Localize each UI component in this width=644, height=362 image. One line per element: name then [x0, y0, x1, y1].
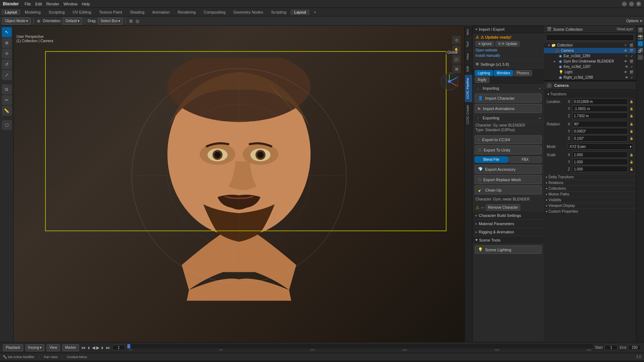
rigging-anim-header[interactable]: ▸ Rigging & Animation [473, 228, 544, 236]
vtab-tool[interactable]: Tool [465, 38, 472, 50]
object-prop-icon[interactable]: ⬡ [638, 41, 643, 46]
viewport-3d[interactable]: User Perspective (1) Collection | Camera [14, 26, 464, 342]
vtab-ccic-create[interactable]: CC/IC Create [465, 102, 472, 127]
exporting-header[interactable]: ↑ Exporting ▸ [473, 114, 544, 122]
loc-y-lock[interactable]: 🔓 [630, 107, 633, 110]
rot-x-lock[interactable]: 🔓 [630, 123, 633, 126]
constraint-prop-icon[interactable]: 🔗 [638, 48, 643, 53]
menu-window[interactable]: Window [63, 2, 77, 6]
sidebar-annotate-tool[interactable]: ✏ [2, 95, 12, 105]
tab-scripting[interactable]: Scripting [267, 9, 290, 15]
sidebar-scale-tool[interactable]: ⤢ [2, 70, 12, 80]
ear-vis[interactable]: 👁 [625, 54, 628, 58]
gymbro-vis[interactable]: 👁 [624, 60, 627, 63]
light-vis2[interactable]: 🎬 [629, 70, 633, 74]
sidebar-move-tool[interactable]: ✛ [2, 49, 12, 59]
scene-prop-icon[interactable]: 🎬 [638, 27, 643, 33]
export-replace-mesh-button[interactable]: ◻ Export Replace Mesh [475, 175, 542, 184]
sidebar-cursor-tool[interactable]: ⊕ [2, 38, 12, 48]
rot-z-lock[interactable]: 🔓 [630, 137, 633, 140]
keying-btn[interactable]: Keying ▾ [25, 344, 45, 351]
object-mode-btn[interactable]: Object Mode ▾ [2, 18, 31, 25]
key-vis[interactable]: 👁 [625, 65, 628, 69]
importing-header[interactable]: ↓ Importing ▸ [473, 85, 544, 92]
viewport-area[interactable]: User Perspective (1) Collection | Camera [14, 26, 464, 342]
tab-rendering[interactable]: Rendering [174, 9, 199, 15]
export-accessory-button[interactable]: 💎 Export Accessory [475, 165, 542, 174]
outliner-item-camera[interactable]: 🎥 Camera 👁 🎬 [544, 48, 636, 53]
current-frame-input[interactable] [112, 345, 125, 350]
next-frame-btn[interactable]: ⏵ [101, 345, 105, 350]
tab-sculpting[interactable]: Sculpting [45, 9, 68, 15]
right-vis[interactable]: 👁 [625, 76, 628, 79]
cleanup-button[interactable]: 🧹 Clean Up [475, 185, 542, 194]
menu-file[interactable]: File [25, 2, 31, 6]
panel-header-import-export[interactable]: ▾ Import / Export [473, 26, 544, 33]
mode-selector[interactable]: XYZ Euler ▾ [568, 143, 633, 150]
view-btn[interactable]: View [47, 344, 60, 351]
loc-y-value[interactable]: -1.0601 m [572, 105, 628, 112]
sidebar-select-tool[interactable]: ↖ [2, 27, 12, 37]
search-input[interactable] [546, 34, 634, 41]
export-unity-button[interactable]: ⬡ Export To Unity [475, 145, 542, 154]
open-website-link[interactable]: Open website [475, 48, 541, 53]
data-prop-icon[interactable]: 🎥 [638, 54, 643, 60]
tab-texture-paint[interactable]: Texture Paint [96, 9, 126, 15]
vis-eye[interactable]: 👁 [624, 44, 627, 47]
camera-view-icon[interactable]: 🎥 [452, 55, 461, 64]
relations-section[interactable]: ▸ Relations [544, 180, 636, 185]
motion-paths-section[interactable]: ▸ Motion Paths [544, 191, 636, 197]
scale-x-value[interactable]: 1.000 [572, 152, 628, 158]
collections-section[interactable]: ▸ Collections [544, 185, 636, 191]
remove-character-button[interactable]: Remove Character [486, 204, 520, 210]
loc-z-value[interactable]: 1.7302 m [572, 113, 628, 119]
transform-title[interactable]: ▾ Transform [545, 91, 635, 97]
install-manually-link[interactable]: Install manually [475, 53, 541, 58]
prev-frame-btn[interactable]: ⏴ [87, 345, 91, 350]
gymbro-vis2[interactable]: 🎬 [629, 60, 633, 63]
import-animations-button[interactable]: ▶ Import Animations [475, 104, 542, 113]
vtab-edit[interactable]: Edit [465, 63, 472, 75]
tab-physics[interactable]: Physics [514, 70, 532, 76]
cam-vis-render[interactable]: 🎬 [629, 49, 633, 53]
playback-btn[interactable]: Playback [3, 344, 23, 351]
scale-y-value[interactable]: 1.000 [572, 159, 628, 165]
scale-x-lock[interactable]: 🔓 [630, 153, 633, 157]
loc-x-lock[interactable]: 🔓 [630, 100, 633, 103]
axis-gizmo[interactable]: X Y Z [440, 72, 459, 91]
outliner-item-ear[interactable]: ◉ Ear_cc3iid_1289 👁 ✓ [544, 53, 636, 59]
rot-x-value[interactable]: 90° [572, 121, 628, 127]
fbx-btn[interactable]: FBX [509, 157, 542, 163]
orientation-selector[interactable]: Default ▾ [63, 18, 82, 25]
menu-edit[interactable]: Edit [35, 2, 42, 6]
sidebar-rotate-tool[interactable]: ↺ [2, 59, 12, 69]
zoom-in-icon[interactable]: ⊙ [452, 36, 461, 44]
timeline-track-area[interactable]: 10 50 100 150 200 250 [127, 344, 593, 351]
tab-modeling[interactable]: Modeling [21, 9, 44, 15]
outliner-item-light[interactable]: 💡 Light 👁 🎬 [544, 69, 636, 75]
minimize-button[interactable]: — [622, 1, 627, 6]
scale-z-lock[interactable]: 🔓 [630, 168, 633, 171]
vtab-item[interactable]: Item [465, 26, 472, 38]
go-start-btn[interactable]: ⏮ [81, 345, 86, 350]
play-btn[interactable]: ▶ [96, 345, 99, 350]
visibility-section[interactable]: ▸ Visibility [544, 197, 636, 203]
material-params-header[interactable]: ▸ Material Parameters [473, 220, 544, 228]
export-cc34-button[interactable]: ↑ Export to CC3/4 [475, 135, 542, 144]
tab-wrinkles[interactable]: Wrinkles [494, 70, 513, 76]
tab-rigify[interactable]: Rigify [475, 77, 489, 83]
rot-y-value[interactable]: 0.0953° [572, 128, 628, 134]
outliner-item-right[interactable]: ◉ Right_cc3iid_1288 👁 ✓ [544, 75, 636, 80]
scale-y-lock[interactable]: 🔓 [630, 160, 633, 164]
tab-add[interactable]: + [310, 9, 319, 15]
go-end-btn[interactable]: ⏭ [106, 345, 110, 350]
vis-render[interactable]: 🎬 [629, 44, 633, 47]
vtab-view[interactable]: View [465, 50, 472, 63]
rot-z-value[interactable]: 0.192° [572, 135, 628, 142]
scale-z-value[interactable]: 1.000 [572, 166, 628, 172]
delta-transform-section[interactable]: ▸ Delta Transform [544, 174, 636, 180]
key-vis2[interactable]: ✓ [630, 65, 633, 69]
light-vis[interactable]: 👁 [624, 70, 627, 74]
tab-compositing[interactable]: Compositing [200, 9, 229, 15]
outliner-item-collection[interactable]: ▾ 📁 Collection 👁 🎬 [544, 43, 636, 48]
